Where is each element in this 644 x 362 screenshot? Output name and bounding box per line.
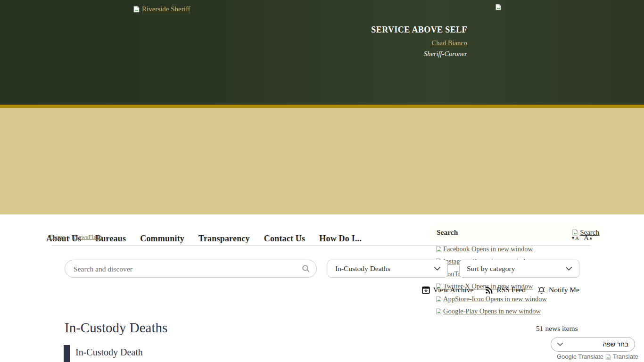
nav-item-how-do-i[interactable]: How Do I... [319,234,362,244]
social-link-label: Google-Play Opens in new window [443,307,541,315]
motto-text: SERVICE ABOVE SELF [371,25,467,35]
news-search-pill [65,260,317,278]
header-search-input[interactable] [436,228,571,237]
news-item-title[interactable]: In-Custody Death [75,347,143,358]
breadcrumb-separator: › [106,233,108,241]
chevron-down-icon [557,343,563,346]
rss-feed-label: RSS Feed [496,286,526,294]
notify-me-label: Notify Me [549,286,579,294]
view-archive-button[interactable]: View Archive [422,286,474,294]
font-size-increase-button[interactable]: A ▲ [584,234,593,242]
news-search-input[interactable] [73,261,296,278]
font-size-controls: ▼ A A ▲ [571,234,593,242]
chevron-down-icon [434,267,440,271]
broken-image-icon [435,246,442,253]
font-size-decrease-button[interactable]: ▼ A [571,234,579,242]
chevron-down-icon [566,267,572,271]
sort-select-value: Sort by category [467,264,515,273]
social-link-label: Facebook Opens in new window [443,245,533,253]
social-links: Facebook Opens in new window Instagram O… [435,245,547,315]
rss-icon [485,286,493,294]
site-header: Riverside Sheriff SERVICE ABOVE SELF Cha… [0,0,644,105]
nav-section: About Us Bureaus Community Transparency … [0,108,644,214]
triangle-up-icon: ▲ [589,236,593,240]
broken-image-icon [605,354,611,360]
header-text-block: SERVICE ABOVE SELF Chad Bianco Sheriff-C… [371,25,467,58]
sheriff-title-text: Sheriff-Coroner [371,50,467,58]
broken-image-icon [495,3,502,11]
social-link-facebook[interactable]: Facebook Opens in new window [435,245,547,253]
breadcrumb-home-link[interactable]: Home [50,233,65,241]
triangle-down-icon: ▼ [571,236,575,240]
bell-icon [537,286,545,294]
rss-feed-button[interactable]: RSS Feed [485,286,526,294]
nav-item-contact-us[interactable]: Contact Us [264,234,305,244]
site-logo-alt-text: Riverside Sheriff [142,5,190,13]
social-link-google-play[interactable]: Google-Play Opens in new window [435,308,547,315]
font-size-increase-label: A [584,234,589,242]
notify-me-button[interactable]: Notify Me [537,286,579,294]
social-link-label: AppStore-Icon Opens in new window [443,295,547,303]
view-archive-label: View Archive [433,286,474,294]
nav-item-community[interactable]: Community [140,234,184,244]
archive-icon [422,286,430,294]
category-select[interactable]: In-Custody Deaths [328,260,448,278]
category-select-value: In-Custody Deaths [335,264,390,273]
page-title: In-Custody Deaths [65,320,167,336]
site-logo-link[interactable]: Riverside Sheriff [132,5,190,13]
google-translate-attribution[interactable]: Google Translate Translate [557,353,638,360]
page: Riverside Sheriff SERVICE ABOVE SELF Cha… [0,0,644,362]
broken-image-icon [435,296,442,303]
font-size-decrease-label: A [575,235,579,241]
google-translate-brand-text: Google Translate [557,353,603,360]
nav-item-transparency[interactable]: Transparency [198,234,250,244]
breadcrumb-newsflash-link[interactable]: NewsFlash [74,233,102,241]
sort-select[interactable]: Sort by category [459,260,579,278]
breadcrumb: Home › NewsFlash › [50,233,107,241]
broken-image-icon [132,5,140,13]
broken-image-icon [435,308,442,315]
news-items-count: 51 news items [536,324,578,333]
breadcrumb-divider [52,245,591,246]
social-link-appstore[interactable]: AppStore-Icon Opens in new window [435,295,547,303]
gold-divider-stripe [0,105,644,108]
translate-label: Translate [613,353,638,360]
news-actions: View Archive RSS Feed Notify Me [422,286,579,294]
search-icon[interactable] [301,264,310,273]
sheriff-name-link[interactable]: Chad Bianco [432,39,467,47]
language-select[interactable]: בחר שפה [551,337,635,352]
breadcrumb-separator: › [68,233,71,241]
news-item-accent-bar [64,345,70,362]
language-select-value: בחר שפה [603,341,628,348]
